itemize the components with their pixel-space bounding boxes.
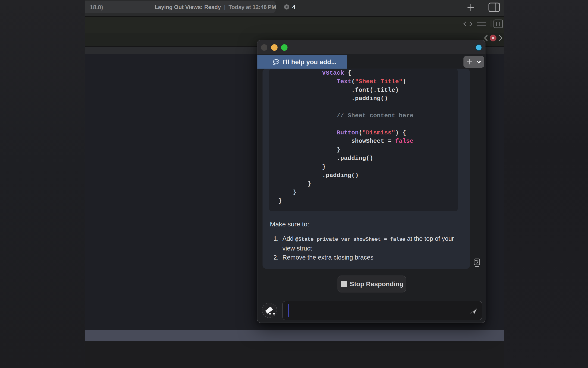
svg-text:4: 4 bbox=[292, 4, 296, 11]
